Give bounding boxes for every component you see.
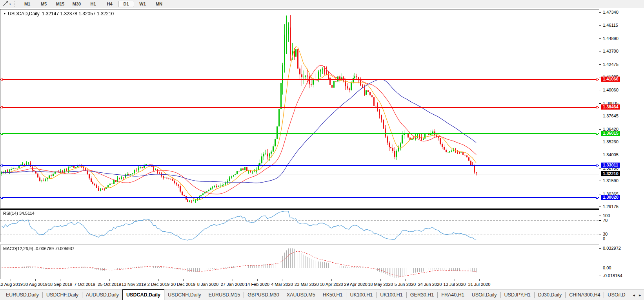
timeframe-button-m30[interactable]: M30 — [69, 1, 85, 7]
date-tick — [257, 279, 258, 281]
chart-tab-ger30-h1[interactable]: GER30,H1 — [407, 289, 437, 300]
macd-panel[interactable]: MACD(12,26,9) -0.006789 -0.005937 — [0, 245, 599, 279]
date-axis-label: 23 Mar 2020 — [293, 282, 320, 287]
chart-tab-xauusd-m5[interactable]: XAUUSD,M5 — [283, 289, 319, 300]
line-handle[interactable] — [1, 79, 3, 80]
date-axis[interactable]: 12 Aug 201930 Aug 201918 Sep 20197 Oct 2… — [0, 279, 644, 289]
date-axis-label: 4 Mar 2020 — [268, 282, 296, 287]
trading-terminal: ▾ M1M5M15M30H1H4D1W1MN ▾ USDCAD,Daily 1.… — [0, 0, 644, 300]
axis-tick — [599, 220, 601, 221]
timeframe-button-d1[interactable]: D1 — [118, 1, 134, 7]
chart-tab-usoil-daily[interactable]: USOil,Daily — [468, 289, 500, 300]
axis-tick — [599, 90, 601, 90]
date-tick — [455, 279, 455, 281]
timeframe-button-w1[interactable]: W1 — [135, 1, 151, 7]
chart-tab-audusd-daily[interactable]: AUDUSD,Daily — [82, 289, 122, 300]
line-handle[interactable] — [596, 133, 598, 135]
macd-axis-label: 0.00 — [603, 265, 611, 270]
axis-tick — [599, 51, 601, 51]
chart-title-dropdown-icon[interactable]: ▾ — [4, 12, 5, 15]
chart-tab-usdjpy-h1[interactable]: USDJPY,H1 — [501, 289, 534, 300]
horizontal-line-1.36015[interactable] — [0, 133, 599, 134]
price-axis-label: 1.37645 — [603, 113, 619, 118]
chart-tab-usoil-d[interactable]: USOil,D — [604, 289, 629, 300]
line-studies-button[interactable]: ▾ — [2, 0, 12, 8]
axis-tick — [599, 276, 601, 276]
chart-tab-usdcnh-daily[interactable]: USDCNH,Daily — [164, 289, 205, 300]
chart-tab-usdcad-daily[interactable]: USDCAD,Daily — [122, 289, 164, 300]
price-axis-label: 1.46115 — [603, 23, 618, 27]
axis-tick — [599, 181, 601, 181]
date-axis-label: 10 Apr 2020 — [318, 282, 345, 287]
toolbar-grip[interactable] — [14, 1, 16, 7]
date-tick — [35, 279, 36, 281]
right-arrow-icon[interactable]: ▸ — [639, 293, 641, 297]
horizontal-line-1.30020[interactable] — [0, 197, 599, 198]
left-arrow-icon[interactable]: ◂ — [633, 293, 635, 297]
rsi-axis-label: 0 — [603, 236, 605, 241]
date-axis-label: 27 Jan 2020 — [219, 282, 246, 287]
price-panel[interactable]: ▾ USDCAD,Daily 1.32147 1.32378 1.32057 1… — [0, 9, 599, 209]
date-tick — [430, 279, 430, 281]
axis-tick — [599, 248, 601, 249]
rsi-scale: 10070300 — [599, 210, 644, 242]
horizontal-line-1.33011[interactable] — [0, 165, 599, 166]
timeframe-button-m15[interactable]: M15 — [53, 1, 68, 7]
rsi-canvas[interactable] — [0, 210, 599, 242]
caret-down-icon[interactable]: ▾ — [9, 3, 11, 5]
horizontal-line-1.41060[interactable] — [0, 79, 599, 80]
date-tick — [282, 279, 282, 281]
line-handle[interactable] — [596, 197, 598, 199]
line-handle[interactable] — [596, 79, 598, 80]
timeframe-button-h4[interactable]: H4 — [102, 1, 118, 7]
chart-tab-eurusd-m15[interactable]: EURUSD,M15 — [205, 289, 244, 300]
date-tick — [208, 279, 208, 281]
chart-tab-fra40-h1[interactable]: FRA40,H1 — [438, 289, 468, 300]
line-handle[interactable] — [1, 165, 3, 166]
line-price-tag: 1.38464 — [601, 104, 620, 110]
rsi-axis-label: 30 — [603, 232, 608, 236]
date-axis-label: 12 Aug 2019 — [0, 282, 24, 287]
current-price-tag: 1.32210 — [601, 171, 620, 176]
chart-window: ▾ USDCAD,Daily 1.32147 1.32378 1.32057 1… — [0, 8, 644, 289]
axis-tick — [599, 12, 601, 13]
line-handle[interactable] — [1, 106, 3, 108]
chart-tab-eurusd-daily[interactable]: EURUSD,Daily — [2, 289, 42, 300]
line-handle[interactable] — [596, 106, 598, 108]
chart-tab-hk50-h1[interactable]: HK50,H1 — [319, 289, 346, 300]
timeframe-button-m5[interactable]: M5 — [36, 1, 52, 7]
price-axis-label: 1.43700 — [603, 49, 619, 53]
axis-tick — [599, 116, 601, 116]
date-tick — [331, 279, 332, 281]
date-axis-label: 31 Jul 2020 — [466, 282, 493, 287]
chart-tab-uk100-h1[interactable]: UK100,H1 — [346, 289, 376, 300]
date-tick — [109, 279, 110, 281]
line-price-tag: 1.41060 — [601, 77, 620, 82]
line-price-tag: 1.30020 — [601, 195, 620, 200]
rsi-panel[interactable]: RSI(14) 34.5114 — [0, 209, 599, 242]
line-handle[interactable] — [596, 165, 598, 166]
price-scale[interactable]: 1.473401.461151.448901.437001.424751.412… — [599, 9, 644, 208]
line-handle[interactable] — [1, 197, 3, 199]
date-tick — [233, 279, 233, 281]
chart-tab-gbpusd-m30[interactable]: GBPUSD,M30 — [244, 289, 283, 300]
chart-tab-china300-h4[interactable]: CHINA300,H4 — [566, 289, 604, 300]
horizontal-line-1.38464[interactable] — [0, 107, 599, 108]
timeframe-button-mn[interactable]: MN — [151, 1, 167, 7]
date-axis-label: 13 Jul 2020 — [441, 282, 468, 287]
chart-symbol-label: USDCAD,Daily — [8, 11, 40, 16]
axis-tick — [599, 268, 601, 268]
macd-canvas[interactable] — [0, 245, 599, 279]
line-studies-icon — [3, 0, 9, 8]
price-canvas[interactable] — [0, 9, 599, 208]
line-handle[interactable] — [1, 133, 3, 135]
macd-scale: 0.0329720.00-0.018154 — [599, 245, 644, 279]
date-axis-label: 2 Dec 2019 — [145, 282, 172, 287]
timeframe-button-h1[interactable]: H1 — [86, 1, 101, 7]
timeframe-button-m1[interactable]: M1 — [20, 1, 35, 7]
current-price-line — [0, 174, 599, 174]
chart-tab-usdchf-daily[interactable]: USDCHF,Daily — [43, 289, 82, 300]
date-axis-label: 18 Sep 2019 — [46, 282, 74, 287]
chart-tab-dj30-daily[interactable]: DJ30,Daily — [535, 289, 565, 300]
chart-tab-uk100-h1[interactable]: UK100,H1 — [377, 289, 406, 300]
